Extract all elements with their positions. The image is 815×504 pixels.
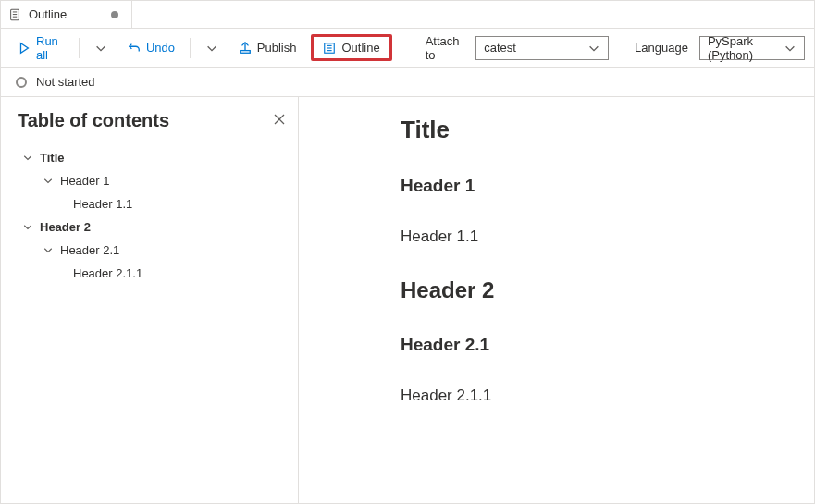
- toolbar: Run all Undo Publish Outline: [1, 29, 814, 68]
- tab-outline[interactable]: Outline: [1, 1, 132, 28]
- unsaved-indicator-icon: [111, 11, 118, 18]
- outline-button[interactable]: Outline: [311, 34, 391, 61]
- doc-header211: Header 2.1.1: [401, 387, 805, 405]
- undo-button[interactable]: Undo: [120, 37, 182, 58]
- undo-icon: [128, 42, 141, 55]
- tab-label: Outline: [29, 7, 67, 21]
- svg-rect-5: [241, 50, 251, 53]
- run-all-dropdown[interactable]: [87, 38, 115, 58]
- app-window: Outline Run all Undo: [0, 0, 815, 504]
- chevron-down-icon: [42, 245, 55, 256]
- toc-item-header11[interactable]: Header 1.1: [18, 192, 287, 215]
- chevron-down-icon: [21, 222, 34, 233]
- toc-item-label: Header 1: [60, 174, 109, 188]
- separator: [79, 38, 80, 58]
- outline-label: Outline: [341, 41, 379, 55]
- body: Table of contents Title Header 1 Header …: [1, 97, 814, 503]
- outline-icon: [323, 42, 336, 55]
- toc-title: Table of contents: [18, 110, 169, 131]
- separator: [190, 38, 191, 58]
- chevron-down-icon: [21, 153, 34, 164]
- language-select[interactable]: PySpark (Python): [699, 36, 805, 60]
- toc-sidebar: Table of contents Title Header 1 Header …: [1, 97, 299, 503]
- run-all-button[interactable]: Run all: [10, 31, 71, 66]
- doc-header1: Header 1: [401, 176, 805, 196]
- status-dot-icon: [16, 77, 27, 88]
- doc-header11: Header 1.1: [401, 227, 805, 246]
- chevron-down-icon: [784, 42, 796, 55]
- language-label: Language: [629, 41, 694, 55]
- toc-item-header21[interactable]: Header 2.1: [18, 239, 287, 262]
- attach-to-value: catest: [484, 41, 516, 55]
- toc-item-label: Header 2.1: [60, 243, 119, 257]
- run-all-label: Run all: [36, 34, 64, 62]
- toc-item-title[interactable]: Title: [18, 146, 287, 169]
- attach-to-select[interactable]: catest: [475, 36, 609, 60]
- toc-item-label: Header 2: [40, 220, 91, 234]
- doc-header2: Header 2: [401, 277, 805, 303]
- toc-header: Table of contents: [18, 110, 287, 131]
- toc-item-header1[interactable]: Header 1: [18, 169, 287, 192]
- play-icon: [18, 42, 31, 55]
- document-view: Title Header 1 Header 1.1 Header 2 Heade…: [299, 97, 814, 503]
- language-value: PySpark (Python): [708, 34, 784, 62]
- attach-to-label: Attach to: [420, 34, 471, 62]
- undo-dropdown[interactable]: [198, 38, 226, 58]
- status-text: Not started: [36, 75, 95, 89]
- notebook-icon: [8, 8, 21, 21]
- publish-label: Publish: [257, 41, 297, 55]
- toc-item-header2[interactable]: Header 2: [18, 215, 287, 239]
- tab-bar: Outline: [1, 1, 814, 29]
- toc-item-label: Header 2.1.1: [73, 266, 142, 280]
- chevron-down-icon: [42, 176, 55, 187]
- chevron-down-icon: [587, 42, 600, 55]
- publish-icon: [239, 42, 252, 55]
- toc-item-label: Header 1.1: [73, 197, 132, 211]
- doc-header21: Header 2.1: [401, 335, 805, 355]
- svg-marker-4: [21, 43, 29, 53]
- toc-item-label: Title: [40, 151, 65, 165]
- status-bar: Not started: [1, 68, 814, 97]
- toc-tree: Title Header 1 Header 1.1 Header 2 Heade…: [18, 141, 287, 285]
- toc-item-header211[interactable]: Header 2.1.1: [18, 262, 287, 285]
- undo-label: Undo: [146, 41, 175, 55]
- toc-close-button[interactable]: [272, 112, 287, 129]
- publish-button[interactable]: Publish: [231, 37, 304, 58]
- doc-title: Title: [401, 116, 805, 144]
